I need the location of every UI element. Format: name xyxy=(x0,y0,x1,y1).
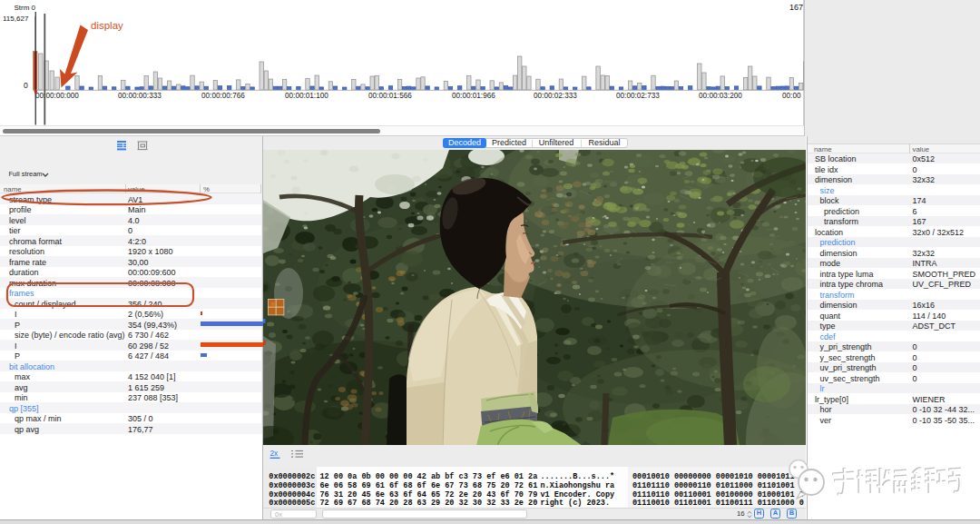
svg-text:2x: 2x xyxy=(270,450,279,458)
